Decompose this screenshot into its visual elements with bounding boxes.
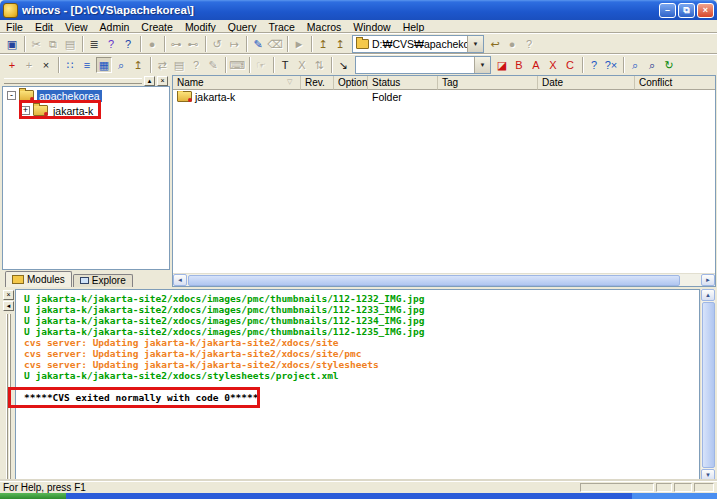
view-details-button[interactable]: ▦ [96,57,112,73]
add-binary-button[interactable]: + [21,57,37,73]
minimize-button[interactable]: – [659,3,676,18]
scroll-left-icon[interactable]: ◄ [173,274,187,286]
scroll-right-icon[interactable]: ► [701,274,715,286]
checkout-folder-button[interactable]: ↥ [315,36,331,52]
tab-explore[interactable]: Explore [73,274,133,287]
menu-item[interactable]: Edit [29,21,59,33]
menu-item[interactable]: Create [135,21,179,33]
console-line: cvs server: Updating jakarta-k/jakarta-s… [24,348,699,359]
update-button[interactable]: ↺ [209,36,225,52]
column-tag[interactable]: Tag [438,76,538,90]
file-row-jakarta-k[interactable]: jakarta-k Folder [173,90,715,103]
menu-item[interactable]: Window [347,21,396,33]
filter-removed-button[interactable]: X [545,57,561,73]
stop-command-button[interactable]: ● [504,36,520,52]
column-option[interactable]: Option [334,76,368,90]
column-conflict[interactable]: Conflict [635,76,715,90]
filter-modified-button[interactable]: ◪ [494,57,510,73]
close-console-button[interactable]: × [3,290,14,300]
collapse-panel-button[interactable]: ▴ [144,76,155,86]
titlebar[interactable]: wincvs - [D:\CVS\apachekorea\] – ⧉ × [0,0,717,20]
console-button[interactable]: ⌨ [229,57,245,73]
up-folder-button[interactable]: ↥ [130,57,146,73]
log-button[interactable]: ▤ [171,57,187,73]
combo-dropdown-button[interactable]: ▼ [467,36,483,52]
console-panel: × ◂ U jakarta-k/jakarta-site2/xdocs/imag… [2,289,715,481]
stop-button[interactable]: ● [144,36,160,52]
menu-item[interactable]: View [59,21,94,33]
view-icons-button[interactable]: ∷ [62,57,78,73]
view-list-button[interactable]: ≡ [79,57,95,73]
scrollbar-thumb[interactable] [188,275,680,286]
column-status[interactable]: Status [368,76,438,90]
sort-button[interactable]: ⇅ [311,57,327,73]
status-button[interactable]: ? [188,57,204,73]
edit-selection-button[interactable]: ☞ [253,57,269,73]
diff-button[interactable]: ⇄ [154,57,170,73]
console-dockbar[interactable]: × ◂ [2,289,15,481]
login-button[interactable]: ⊶ [168,36,184,52]
combo-dropdown-button[interactable]: ▼ [474,57,490,73]
column-name[interactable]: Name [173,76,301,90]
file-name: jakarta-k [195,91,235,103]
separator [308,36,315,52]
annotation-box-cvs-exit [8,387,260,408]
release-button[interactable]: ► [291,36,307,52]
explore-button[interactable]: ⌕ [113,57,129,73]
close-panel-button[interactable]: × [157,76,168,86]
menu-item[interactable]: Trace [262,21,300,33]
panel-dockbar[interactable]: ▴ × [2,75,170,86]
cut-button[interactable]: ✂ [28,36,44,52]
untag-button[interactable]: X [294,57,310,73]
save-button[interactable]: ▣ [4,36,20,52]
menu-item[interactable]: Macros [301,21,347,33]
menu-item[interactable]: Query [222,21,263,33]
filter-combo[interactable]: ▼ [355,56,491,74]
tab-modules[interactable]: Modules [5,271,72,287]
menu-item[interactable]: Help [397,21,431,33]
tag-button[interactable]: T [277,57,293,73]
macros-button[interactable]: ↘ [335,57,351,73]
command-help-button[interactable]: ? [521,36,537,52]
column-rev[interactable]: Rev. [301,76,334,90]
toolbar-standard: ▣✂⧉▤≣??●⊶⊷↺↦✎⌫►↥↥ D:₩CVS₩apachekorea ▼ ↩… [0,33,717,54]
horizontal-scrollbar[interactable]: ◄ ► [173,273,715,286]
paste-button[interactable]: ▤ [62,36,78,52]
update-folder-button[interactable]: ↥ [332,36,348,52]
logout-button[interactable]: ⊷ [185,36,201,52]
copy-button[interactable]: ⧉ [45,36,61,52]
menu-item[interactable]: Admin [94,21,136,33]
filter-binary-button[interactable]: B [511,57,527,73]
collapse-expander-icon[interactable]: - [7,91,16,100]
close-button[interactable]: × [697,3,714,18]
commit-button[interactable]: ↦ [226,36,242,52]
filter-added-button[interactable]: A [528,57,544,73]
context-help-button[interactable]: ? [120,36,136,52]
about-help-button[interactable]: ? [103,36,119,52]
menu-item[interactable]: File [0,21,29,33]
restore-button[interactable]: ⧉ [678,3,695,18]
search-content-button[interactable]: ⌕ [644,57,660,73]
collapse-console-button[interactable]: ◂ [3,301,14,311]
filter-unknown-button[interactable]: ? [586,57,602,73]
scrollbar-thumb[interactable] [702,302,715,468]
edit-button[interactable]: ✎ [250,36,266,52]
dock-gripper[interactable] [4,78,142,84]
refresh-button[interactable]: ↻ [661,57,677,73]
column-date[interactable]: Date [538,76,635,90]
path-combo[interactable]: D:₩CVS₩apachekorea ▼ [352,35,484,53]
browse-location-button[interactable]: ↩ [487,36,503,52]
add-button[interactable]: + [4,57,20,73]
filter-conflict-button[interactable]: C [562,57,578,73]
search-files-button[interactable]: ⌕ [627,57,643,73]
annotate-button[interactable]: ✎ [205,57,221,73]
console-output[interactable]: U jakarta-k/jakarta-site2/xdocs/images/p… [15,289,700,481]
print-button[interactable]: ≣ [86,36,102,52]
menu-item[interactable]: Modify [179,21,222,33]
scroll-up-icon[interactable]: ▲ [701,289,715,301]
remove-button[interactable]: × [38,57,54,73]
filter-ignored-button[interactable]: ?× [603,57,619,73]
scroll-down-icon[interactable]: ▼ [701,469,715,481]
unedit-button[interactable]: ⌫ [267,36,283,52]
console-scrollbar[interactable]: ▲ ▼ [700,289,715,481]
